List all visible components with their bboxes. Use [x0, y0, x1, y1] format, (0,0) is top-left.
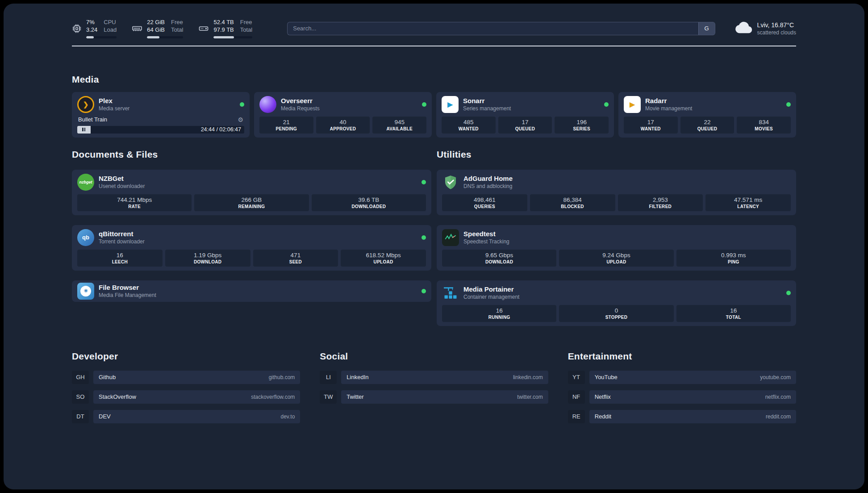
bookmark-reddit[interactable]: RE Reddit reddit.com: [568, 410, 796, 423]
gear-icon[interactable]: ⚙: [238, 116, 243, 123]
service-card-radarr[interactable]: ▶ Radarr Movie management 17 WANTED 22 Q…: [618, 92, 796, 138]
status-dot: [422, 102, 426, 107]
memory-total-value: 64 GiB: [147, 26, 165, 34]
bookmark-link[interactable]: Github github.com: [93, 371, 300, 384]
cpu-usage-value: 7%: [86, 19, 97, 26]
disk-total-label: Total: [240, 26, 252, 34]
playback-time: 24:44 / 02:06:47: [201, 126, 241, 133]
cpu-bar: [86, 36, 117, 38]
service-card-speedtest[interactable]: Speedtest Speedtest Tracking 9.65 Gbps D…: [437, 225, 796, 271]
service-card-nzbget[interactable]: nzbget NZBGet Usenet downloader 744.21 M…: [72, 170, 431, 215]
bookmark-stackoverflow[interactable]: SO StackOverflow stackoverflow.com: [72, 390, 300, 404]
status-dot: [421, 289, 426, 293]
service-name: Overseerr: [281, 97, 320, 104]
search-engine-button[interactable]: G: [698, 22, 715, 35]
status-dot: [786, 102, 791, 107]
memory-bar: [147, 36, 183, 38]
stat-download: 9.65 Gbps DOWNLOAD: [442, 250, 556, 267]
bookmark-linkedin[interactable]: LI LinkedIn linkedin.com: [320, 371, 548, 384]
pause-button[interactable]: [77, 126, 91, 134]
service-name: qBittorrent: [99, 230, 145, 238]
bookmark-dev[interactable]: DT DEV dev.to: [72, 410, 300, 423]
service-subtitle: Series management: [463, 105, 511, 112]
bookmark-netflix[interactable]: NF Netflix netflix.com: [568, 390, 796, 404]
service-name: Sonarr: [463, 97, 511, 104]
stat-stopped: 0 STOPPED: [559, 305, 673, 322]
bookmark-group-developer: Developer GH Github github.com SO StackO…: [72, 351, 300, 423]
filebrowser-icon: ✳: [77, 283, 94, 300]
weather-condition: scattered clouds: [757, 29, 796, 36]
stat-total: 16 TOTAL: [676, 305, 791, 322]
adguard-icon: [442, 174, 459, 191]
qbittorrent-icon: qb: [77, 229, 94, 246]
service-name: Media Portainer: [463, 285, 519, 293]
cpu-label: CPU: [104, 19, 117, 26]
service-name: NZBGet: [99, 175, 145, 182]
stat-rate: 744.21 Mbps RATE: [77, 194, 192, 211]
memory-free-label: Free: [171, 19, 183, 26]
stat-latency: 47.571 ms LATENCY: [705, 194, 791, 211]
search-input[interactable]: [287, 22, 698, 35]
memory-free-value: 22 GiB: [147, 19, 165, 26]
service-card-adguard[interactable]: AdGuard Home DNS and adblocking 498,461 …: [437, 170, 796, 215]
stat-blocked: 86,384 BLOCKED: [530, 194, 615, 211]
stat-approved: 40 APPROVED: [316, 117, 370, 134]
documents-section-title: Documents & Files: [72, 149, 431, 160]
memory-total-label: Total: [171, 26, 183, 34]
overseerr-icon: [259, 96, 276, 113]
disk-free-value: 52.4 TB: [213, 19, 234, 26]
bookmark-group-social: Social LI LinkedIn linkedin.com TW Twitt…: [320, 351, 548, 404]
bookmark-link[interactable]: DEV dev.to: [93, 410, 300, 423]
developer-section-title: Developer: [72, 351, 300, 362]
cpu-load-value: 3.24: [86, 26, 97, 34]
bookmark-github[interactable]: GH Github github.com: [72, 371, 300, 384]
service-card-plex[interactable]: ❯ Plex Media server Bullet Train ⚙ 24:44…: [72, 92, 250, 138]
social-section-title: Social: [320, 351, 548, 362]
service-card-sonarr[interactable]: ▶ Sonarr Series management 485 WANTED 17…: [436, 92, 614, 138]
service-name: Radarr: [645, 97, 692, 104]
service-card-filebrowser[interactable]: ✳ File Browser Media File Management: [72, 280, 431, 302]
bookmark-youtube[interactable]: YT YouTube youtube.com: [568, 371, 796, 384]
bookmark-abbr: SO: [72, 390, 89, 404]
stat-leech: 16 LEECH: [77, 250, 163, 267]
service-subtitle: Media Requests: [281, 105, 320, 112]
cloud-icon: [735, 20, 753, 37]
plex-icon: ❯: [77, 96, 94, 113]
now-playing-title: Bullet Train: [78, 116, 107, 123]
stat-queries: 498,461 QUERIES: [442, 194, 527, 211]
bookmark-link[interactable]: Reddit reddit.com: [589, 410, 796, 423]
cpu-widget: 7% 3.24 CPU Load: [72, 19, 117, 38]
bookmark-abbr: RE: [568, 410, 585, 423]
bookmark-link[interactable]: StackOverflow stackoverflow.com: [93, 390, 300, 404]
bookmark-abbr: YT: [568, 371, 585, 384]
bookmark-link[interactable]: YouTube youtube.com: [589, 371, 796, 384]
nzbget-icon: nzbget: [77, 174, 94, 191]
service-name: Plex: [99, 97, 129, 104]
weather-location: Lviv, 16.87°C: [757, 21, 796, 29]
disk-free-label: Free: [240, 19, 252, 26]
service-subtitle: Torrent downloader: [99, 238, 145, 245]
bookmark-twitter[interactable]: TW Twitter twitter.com: [320, 390, 548, 404]
load-label: Load: [104, 26, 117, 34]
speedtest-icon: [442, 229, 459, 246]
stat-ping: 0.993 ms PING: [676, 250, 791, 267]
bookmark-group-entertainment: Entertainment YT YouTube youtube.com NF …: [568, 351, 796, 423]
bookmark-link[interactable]: Netflix netflix.com: [589, 390, 796, 404]
now-playing-widget: Bullet Train ⚙ 24:44 / 02:06:47: [77, 116, 244, 134]
stat-queued: 22 QUEUED: [680, 117, 734, 134]
service-subtitle: Movie management: [645, 105, 692, 112]
stat-queued: 17 QUEUED: [498, 117, 552, 134]
playback-progress-bar[interactable]: 24:44 / 02:06:47: [77, 126, 244, 134]
service-card-portainer[interactable]: Media Portainer Container management 16 …: [437, 280, 796, 326]
disk-widget: 52.4 TB 97.9 TB Free Total: [198, 19, 252, 38]
service-card-overseerr[interactable]: Overseerr Media Requests 21 PENDING 40 A…: [254, 92, 432, 138]
service-subtitle: Media server: [99, 105, 129, 112]
stat-remaining: 266 GB REMAINING: [194, 194, 309, 211]
service-subtitle: Usenet downloader: [99, 183, 145, 189]
bookmark-link[interactable]: LinkedIn linkedin.com: [341, 371, 548, 384]
service-name: File Browser: [99, 284, 156, 291]
bookmark-link[interactable]: Twitter twitter.com: [341, 390, 548, 404]
stat-upload: 618.52 Mbps UPLOAD: [341, 250, 426, 267]
service-card-qbittorrent[interactable]: qb qBittorrent Torrent downloader 16 LEE…: [72, 225, 431, 271]
stat-pending: 21 PENDING: [259, 117, 313, 134]
